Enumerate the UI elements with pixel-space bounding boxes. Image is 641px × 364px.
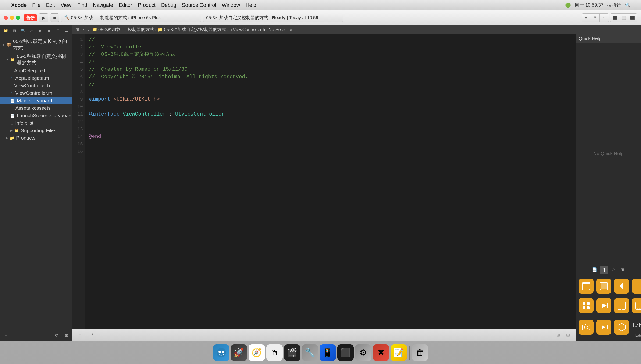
attributes-inspector-btn[interactable]: ⊞ xyxy=(618,266,627,274)
menu-find[interactable]: Find xyxy=(77,2,87,8)
standard-editor-btn[interactable]: ≡ xyxy=(582,14,591,22)
dock-xmind[interactable]: ✖ xyxy=(373,344,389,361)
file-viewcontroller-h[interactable]: h ViewController.h xyxy=(0,82,72,89)
code-btn[interactable]: ⊞ xyxy=(74,26,81,33)
project-root[interactable]: ▼ 📦 05-3种加载定义控制器的方式 xyxy=(0,37,72,52)
back-btn[interactable]: ‹ xyxy=(82,26,86,33)
menu-view[interactable]: View xyxy=(61,2,72,8)
target-group[interactable]: ▼ 📁 05-3种加载自定义控制器的方式 xyxy=(0,52,72,67)
menu-editor[interactable]: Editor xyxy=(119,2,132,8)
file-appdelegate-m[interactable]: m AppDelegate.m xyxy=(0,74,72,82)
zoom-button[interactable] xyxy=(16,16,20,20)
comp-av[interactable] xyxy=(595,316,612,339)
file-infoplist[interactable]: ⊞ Info.plist xyxy=(0,119,72,127)
identity-inspector-btn[interactable]: ⊙ xyxy=(609,266,617,274)
code-content[interactable]: // // ViewController.h // 05-3种加载自定义控制器的… xyxy=(85,34,576,329)
menu-file[interactable]: File xyxy=(32,2,40,8)
dock-trash[interactable]: 🗑 xyxy=(412,344,428,361)
apple-menu[interactable]:  xyxy=(4,2,6,8)
dock-mouse[interactable]: 🖱 xyxy=(266,344,283,361)
menu-window[interactable]: Window xyxy=(222,2,240,8)
minimize-button[interactable] xyxy=(10,16,14,20)
file-launchscreen[interactable]: 📄 LaunchScreen.storyboard xyxy=(0,112,72,119)
add-btn[interactable]: + xyxy=(76,331,84,339)
comp-collection[interactable] xyxy=(578,297,594,316)
dock-notes[interactable]: 📝 xyxy=(390,344,407,361)
breakpoint-nav-btn[interactable]: ⊞ xyxy=(54,26,62,34)
debug-nav-btn[interactable]: ◆ xyxy=(45,26,53,34)
history-btn[interactable]: ↺ xyxy=(88,331,96,339)
file-inspector-btn[interactable]: 📄 xyxy=(590,266,599,274)
add-file-btn[interactable]: + xyxy=(2,331,10,339)
group-supporting-files[interactable]: ▶ 📁 Supporting Files xyxy=(0,127,72,134)
assistant-editor-btn[interactable]: ⊞ xyxy=(591,14,600,22)
nav-path-3[interactable]: ViewController.h xyxy=(233,27,265,32)
version-editor-btn[interactable]: ↔ xyxy=(600,14,608,22)
filter-btn[interactable]: ⊞ xyxy=(554,331,562,339)
group-products[interactable]: ▶ 📁 Products xyxy=(0,134,72,142)
comp-nav[interactable] xyxy=(613,277,630,296)
code-line-9: #import <UIKit/UIKit.h> xyxy=(89,96,572,103)
file-appdelegate-h[interactable]: h AppDelegate.h xyxy=(0,67,72,74)
prefs-icon: ⚙ xyxy=(355,344,371,361)
menu-source-control[interactable]: Source Control xyxy=(182,2,216,8)
folder-nav-btn[interactable]: 📁 xyxy=(2,26,10,34)
search-icon[interactable]: 🔍 xyxy=(625,2,631,8)
file-label: Supporting Files xyxy=(21,128,56,133)
editor-footer: + ↺ ⊞ ⊞ xyxy=(72,329,576,341)
editor-mode-buttons: ≡ ⊞ ↔ xyxy=(582,13,609,22)
file-viewcontroller-m[interactable]: m ViewController.m xyxy=(0,89,72,97)
dock-safari[interactable]: 🧭 xyxy=(249,344,265,361)
test-nav-btn[interactable]: ▶ xyxy=(37,26,44,34)
dock-app[interactable]: 📱 xyxy=(320,344,336,361)
search-nav-btn[interactable]: 🔍 xyxy=(19,26,27,34)
vcs-nav-btn[interactable]: ⊞ xyxy=(11,26,18,34)
menu-product[interactable]: Product xyxy=(138,2,156,8)
file-main-storyboard[interactable]: 📄 Main.storyboard xyxy=(0,97,72,104)
comp-camera[interactable] xyxy=(578,316,594,339)
comp-label[interactable]: Label Label xyxy=(631,316,641,339)
issues-nav-btn[interactable]: ⚠ xyxy=(28,26,36,34)
debug-toggle[interactable]: ⬜ xyxy=(619,14,628,22)
quick-help-btn[interactable]: {} xyxy=(600,266,608,274)
dock-dvd[interactable]: 🎬 xyxy=(284,344,300,361)
line-num-3: 3 xyxy=(72,51,85,58)
scheme-selector[interactable]: 🔨 05-3种加载·—·制造器的方式 › iPhone 6s Plus xyxy=(61,14,201,22)
nav-path-2[interactable]: 05-3种加载自定义控制器的方式 xyxy=(164,26,226,33)
navigator-toggle[interactable]: ⬛ xyxy=(610,14,619,22)
grid-btn[interactable]: ⊞ xyxy=(564,331,572,339)
utilities-toggle[interactable]: ⬛ xyxy=(628,14,637,22)
comp-glkit[interactable] xyxy=(613,316,630,339)
comp-view-controller[interactable] xyxy=(578,277,594,296)
nav-path-1[interactable]: 05-3种加载·—·控制器的方式 xyxy=(98,26,154,33)
close-button[interactable] xyxy=(4,16,8,20)
line-num-2: 2 xyxy=(72,44,85,51)
file-path: 05-3种加载自定义控制器的方式 xyxy=(206,15,268,21)
dock-terminal[interactable]: ⬛ xyxy=(337,344,354,361)
menu-edit[interactable]: Edit xyxy=(46,2,55,8)
line-num-16: 16 xyxy=(72,148,85,156)
dock-prefs[interactable]: ⚙ xyxy=(355,344,371,361)
report-nav-btn[interactable]: ☁ xyxy=(63,26,70,34)
dock-finder[interactable] xyxy=(213,344,230,361)
stop-icon: ■ xyxy=(53,15,56,20)
dock-launchpad[interactable]: 🚀 xyxy=(231,344,247,361)
run-button[interactable]: ▶ xyxy=(39,13,48,22)
comp-page[interactable] xyxy=(631,297,641,316)
comp-view[interactable] xyxy=(595,277,612,296)
filter-btn[interactable]: ⊞ xyxy=(62,331,70,339)
stop-button[interactable]: ■ xyxy=(50,13,59,22)
comp-split[interactable] xyxy=(613,297,630,316)
code-editor[interactable]: 1 2 3 4 5 6 7 8 9 10 11 12 13 xyxy=(72,34,576,329)
comp-table[interactable] xyxy=(631,277,641,296)
nav-file-icon: h xyxy=(230,27,232,32)
refresh-btn[interactable]: ↻ xyxy=(53,331,61,339)
menu-xcode[interactable]: Xcode xyxy=(11,2,27,8)
file-assets[interactable]: ☰ Assets.xcassets xyxy=(0,104,72,112)
menu-navigate[interactable]: Navigate xyxy=(93,2,113,8)
comp-media[interactable] xyxy=(595,297,612,316)
forward-btn[interactable]: › xyxy=(87,26,91,33)
menu-help[interactable]: Help xyxy=(246,2,256,8)
menu-debug[interactable]: Debug xyxy=(161,2,176,8)
dock-tools[interactable]: 🔧 xyxy=(302,344,318,361)
